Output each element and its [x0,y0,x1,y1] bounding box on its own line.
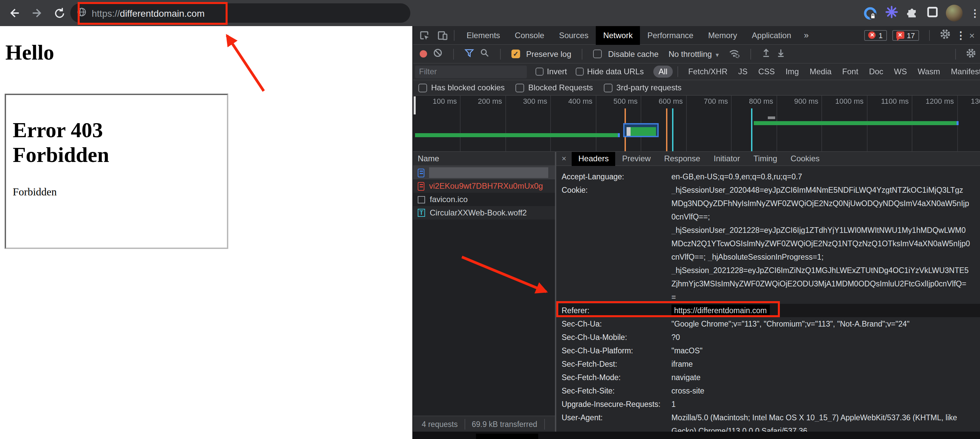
timeline-request-bar-tip [617,133,619,137]
more-tabs-icon[interactable]: » [799,30,814,40]
devtools-tab-network[interactable]: Network [596,26,640,45]
request-row[interactable]: TCircularXXWeb-Book.woff2 [413,206,555,220]
devtools-tab-performance[interactable]: Performance [640,26,700,45]
details-tab-headers[interactable]: Headers [572,152,616,165]
clear-network-log-icon[interactable] [433,48,442,60]
inspect-element-icon[interactable] [418,29,431,42]
timeline-tick: 900 ms [776,97,821,105]
filter-chip-manifest[interactable]: Manifest [945,67,980,76]
option-3rd-party-requests: 3rd-party requests [604,83,682,92]
request-row[interactable] [413,166,555,179]
header-value: https://differentdomain.com [671,304,770,317]
devtools-menu-icon[interactable]: ⋮ [956,29,963,41]
forward-icon[interactable] [29,6,44,21]
network-settings-gear-icon[interactable] [966,48,976,60]
details-tab-preview[interactable]: Preview [616,152,657,165]
network-overview-timeline[interactable]: 100 ms200 ms300 ms400 ms500 ms600 ms700 … [413,96,980,152]
devtools-tabbar: ElementsConsoleSourcesNetworkPerformance… [413,26,980,45]
filter-chip-font[interactable]: Font [837,67,864,76]
profile-avatar[interactable] [946,5,963,21]
devtools-tab-sources[interactable]: Sources [552,26,596,45]
header-line: 0cnVlfQ==; [556,210,980,224]
screen: https://differentdomain.com ⋮ Hello Erro… [0,0,980,439]
reload-icon[interactable] [52,6,67,21]
devtools-close-icon[interactable]: × [968,30,976,40]
header-value: Gecko) Chrome/113.0.0.0 Safari/537.36 [671,427,807,432]
filter-chip-css[interactable]: CSS [753,67,780,76]
header-line: Sec-Fetch-Dest:iframe [556,357,980,371]
device-toolbar-icon[interactable] [436,29,449,42]
has-blocked-cookies-checkbox[interactable] [418,83,427,92]
details-tab-response[interactable]: Response [657,152,707,165]
filter-input[interactable] [415,65,527,78]
issues-count-badge[interactable]: ✕17 [892,30,919,40]
3rd-party-requests-checkbox[interactable] [604,83,612,92]
throttling-dropdown[interactable]: No throttling▼ [669,49,720,59]
timeline-tick: 1300 ms [956,97,980,105]
export-har-icon[interactable] [777,48,786,60]
preserve-log-checkbox[interactable]: ✓ [511,49,520,58]
requests-column-header[interactable]: Name [413,152,555,166]
redaction-box [476,434,538,439]
preserve-log-label: Preserve log [526,49,571,59]
header-value: 0cnVlfQ==; [671,213,710,221]
document-icon [418,168,425,177]
error-count-badge[interactable]: ✕1 [864,30,887,40]
devtools-tab-console[interactable]: Console [508,26,552,45]
filter-chip-fetch-xhr[interactable]: Fetch/XHR [683,67,733,76]
timeline-drag-handle[interactable] [414,96,416,115]
header-line: Sec-Ch-Ua:"Google Chrome";v="113", "Chro… [556,317,980,331]
address-bar[interactable]: https://differentdomain.com [70,3,410,23]
starburst-extension-icon[interactable] [885,5,898,21]
header-value: _hjSessionUser_2021228=eyJpZCI6Ijg1ZTdhY… [671,226,966,234]
filter-chip-media[interactable]: Media [804,67,837,76]
browser-menu-icon[interactable]: ⋮ [970,7,977,19]
request-row[interactable]: vi2EKou9wt7DBH7RXu0mUx0g [413,179,555,193]
close-details-icon[interactable]: × [556,154,572,163]
filter-chip-ws[interactable]: WS [889,67,912,76]
filter-chip-all[interactable]: All [653,65,673,78]
timeline-tick: 500 ms [595,97,640,105]
timeline-tick: 1100 ms [866,97,912,105]
header-value: _hjSessionUser_2020448=eyJpZCI6ImM4NmE5N… [671,186,963,194]
filter-funnel-icon[interactable] [465,49,474,59]
filter-chip-doc[interactable]: Doc [864,67,889,76]
devtools-settings-gear-icon[interactable] [940,29,951,41]
extensions-puzzle-icon[interactable] [906,5,919,21]
import-har-icon[interactable] [762,48,771,60]
network-toolbar: ✓ Preserve log Disable cache No throttli… [413,45,980,64]
header-value: MDczN2Q1YTcwOSIsImNyZWF0ZWQiOjE2NzQ1NTQz… [671,240,970,248]
devtools-tab-application[interactable]: Application [745,26,798,45]
header-value: cnVlfQ==; _hjAbsoluteSessionInProgress=1… [671,253,824,261]
blocked-requests-label: Blocked Requests [528,83,593,92]
details-tab-initiator[interactable]: Initiator [707,152,747,165]
request-row[interactable]: favicon.ico [413,193,555,206]
header-value: navigate [671,374,700,382]
back-icon[interactable] [7,6,21,21]
filter-chip-js[interactable]: JS [733,67,753,76]
timeline-tick: 1200 ms [912,97,956,105]
timeline-tick: 700 ms [686,97,731,105]
globe-icon [77,7,86,19]
details-tabbar: × HeadersPreviewResponseInitiatorTimingC… [556,152,980,166]
blocked-requests-checkbox[interactable] [515,83,524,92]
tab-square-icon[interactable] [926,6,939,21]
devtools-tab-elements[interactable]: Elements [459,26,508,45]
timeline-small-request-bar [768,116,775,119]
search-icon[interactable] [480,48,489,60]
header-name: Sec-Fetch-Mode: [556,374,671,382]
filter-chip-wasm[interactable]: Wasm [912,67,945,76]
network-conditions-icon[interactable] [729,48,740,60]
filter-chip-img[interactable]: Img [780,67,804,76]
request-name: vi2EKou9wt7DBH7RXu0mUx0g [429,181,543,191]
devtools-tab-memory[interactable]: Memory [701,26,745,45]
header-name: Accept-Language: [556,173,671,181]
password-extension-icon[interactable] [863,6,878,21]
timeline-event-line-cyan [672,108,673,152]
hide-data-urls-checkbox[interactable] [576,68,584,76]
disable-cache-checkbox[interactable] [593,49,602,58]
details-tab-timing[interactable]: Timing [747,152,784,165]
record-network-log-button[interactable] [420,50,427,57]
details-tab-cookies[interactable]: Cookies [784,152,826,165]
invert-checkbox[interactable] [536,68,544,76]
